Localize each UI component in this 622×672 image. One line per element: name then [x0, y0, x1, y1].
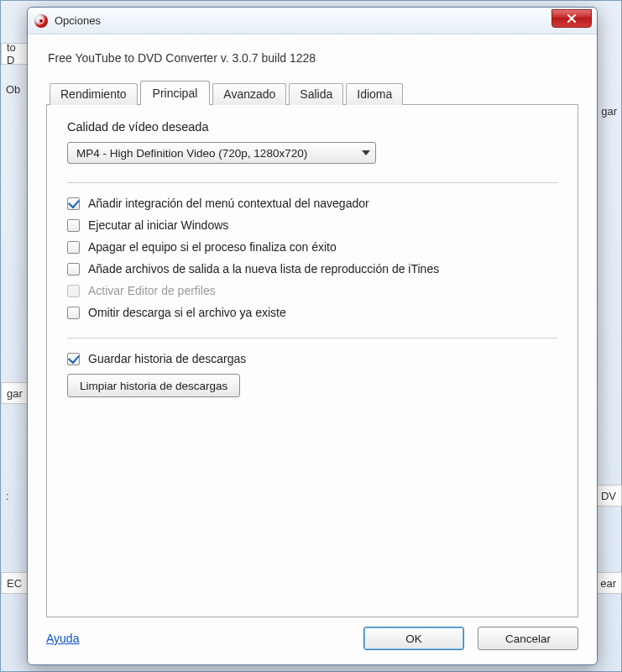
app-icon [34, 14, 48, 28]
option-save-history[interactable]: Guardar historia de descargas [67, 352, 557, 365]
tab-language[interactable]: Idioma [346, 83, 403, 105]
dialog-body: Free YouTube to DVD Converter v. 3.0.7 b… [28, 34, 597, 617]
bg-fragment: gar [1, 382, 29, 404]
options-dialog: Opciones Free YouTube to DVD Converter v… [27, 7, 598, 665]
option-add-to-itunes[interactable]: Añade archivos de salida a la nueva list… [67, 262, 557, 276]
option-label: Ejecutar al iniciar Windows [88, 218, 228, 232]
checkbox [67, 285, 80, 297]
checkbox[interactable] [67, 219, 80, 232]
divider [67, 182, 557, 183]
tab-main[interactable]: Principal [140, 81, 211, 105]
bg-fragment: ear [597, 572, 622, 594]
clear-history-button[interactable]: Limpiar historia de descargas [67, 374, 240, 397]
option-run-on-startup[interactable]: Ejecutar al iniciar Windows [67, 218, 557, 232]
ok-button[interactable]: OK [363, 627, 464, 650]
video-quality-value: MP4 - High Definition Video (720p, 1280x… [76, 147, 307, 160]
option-label: Activar Editor de perfiles [88, 284, 216, 297]
checkbox[interactable] [67, 197, 80, 210]
bg-fragment: EC [1, 572, 29, 594]
app-title: Free YouTube to DVD Converter v. 3.0.7 b… [48, 51, 578, 65]
titlebar[interactable]: Opciones [28, 8, 597, 34]
bg-fragment: gar [597, 100, 622, 122]
option-shutdown-on-finish[interactable]: Apagar el equipo si el proceso finaliza … [67, 240, 557, 254]
option-label: Omitir descarga si el archivo ya existe [88, 306, 286, 319]
close-icon [567, 13, 577, 24]
cancel-button[interactable]: Cancelar [478, 627, 578, 650]
close-button[interactable] [551, 9, 592, 28]
checkbox[interactable] [67, 241, 80, 254]
help-link[interactable]: Ayuda [46, 632, 79, 645]
option-label: Guardar historia de descargas [88, 352, 246, 365]
option-skip-existing[interactable]: Omitir descarga si el archivo ya existe [67, 306, 557, 319]
tab-advanced[interactable]: Avanzado [212, 83, 286, 105]
option-label: Añade archivos de salida a la nueva list… [88, 262, 439, 276]
option-label: Apagar el equipo si el proceso finaliza … [88, 240, 337, 254]
bg-fragment: : [1, 485, 29, 507]
dialog-footer: Ayuda OK Cancelar [28, 617, 597, 664]
video-quality-label: Calidad de vídeo deseada [67, 120, 557, 134]
chevron-down-icon [362, 150, 370, 155]
bg-fragment: DV [597, 485, 622, 507]
divider [67, 338, 557, 339]
tab-performance[interactable]: Rendimiento [50, 83, 138, 105]
option-context-menu[interactable]: Añadir integración del menú contextual d… [67, 197, 557, 210]
tab-output[interactable]: Salida [289, 83, 343, 105]
bg-fragment: Ob [1, 78, 29, 100]
checkbox[interactable] [67, 263, 80, 276]
dialog-title: Opciones [55, 14, 101, 27]
tabstrip: Rendimiento Principal Avanzado Salida Id… [46, 80, 578, 104]
bg-fragment: to D [1, 43, 29, 65]
tab-panel-main: Calidad de vídeo deseada MP4 - High Defi… [46, 104, 578, 617]
option-label: Añadir integración del menú contextual d… [88, 197, 369, 210]
video-quality-combo[interactable]: MP4 - High Definition Video (720p, 1280x… [67, 142, 376, 164]
option-profile-editor: Activar Editor de perfiles [67, 284, 557, 297]
checkbox[interactable] [67, 307, 80, 319]
checkbox[interactable] [67, 353, 80, 365]
